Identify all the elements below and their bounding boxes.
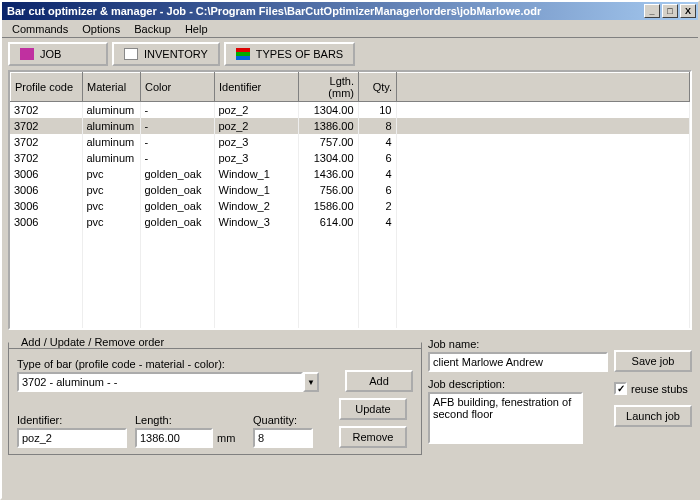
menu-backup[interactable]: Backup — [128, 21, 177, 37]
cell: 756.00 — [298, 182, 358, 198]
jobname-input[interactable] — [428, 352, 608, 372]
save-job-button[interactable]: Save job — [614, 350, 692, 372]
cell: golden_oak — [140, 214, 214, 230]
table-row-empty — [10, 294, 690, 310]
menubar: Commands Options Backup Help — [2, 20, 698, 38]
grid-header-row: Profile code Material Color Identifier L… — [11, 73, 690, 102]
tab-row: JOB INVENTORY TYPES OF BARS — [2, 38, 698, 66]
cell: 8 — [358, 118, 396, 134]
bottom-panel: Add / Update / Remove order Type of bar … — [2, 332, 698, 461]
cell: Window_3 — [214, 214, 298, 230]
tab-job-label: JOB — [40, 48, 61, 60]
col-length[interactable]: Lgth. (mm) — [299, 73, 359, 102]
cell: 3006 — [10, 214, 82, 230]
tab-types-label: TYPES OF BARS — [256, 48, 343, 60]
cell: 6 — [358, 182, 396, 198]
close-button[interactable]: X — [680, 4, 696, 18]
cell: poz_3 — [214, 134, 298, 150]
table-row[interactable]: 3006pvcgolden_oakWindow_1756.006 — [10, 182, 690, 198]
menu-options[interactable]: Options — [76, 21, 126, 37]
cell: 10 — [358, 102, 396, 118]
orders-grid[interactable]: Profile code Material Color Identifier L… — [8, 70, 692, 330]
table-row[interactable]: 3006pvcgolden_oakWindow_3614.004 — [10, 214, 690, 230]
grid-body: 3702aluminum-poz_21304.00103702aluminum-… — [10, 102, 690, 328]
col-material[interactable]: Material — [83, 73, 141, 102]
cell: aluminum — [82, 150, 140, 166]
cell: 3702 — [10, 150, 82, 166]
table-row-empty — [10, 246, 690, 262]
table-row[interactable]: 3702aluminum-poz_3757.004 — [10, 134, 690, 150]
cell: 614.00 — [298, 214, 358, 230]
length-label: Length: — [135, 414, 245, 426]
cell: aluminum — [82, 102, 140, 118]
cell: 1436.00 — [298, 166, 358, 182]
length-unit: mm — [217, 432, 235, 444]
checkbox-icon: ✓ — [614, 382, 627, 395]
menu-commands[interactable]: Commands — [6, 21, 74, 37]
cell: pvc — [82, 198, 140, 214]
type-label: Type of bar (profile code - material - c… — [17, 358, 319, 370]
chevron-down-icon[interactable]: ▼ — [303, 372, 319, 392]
cell: 3702 — [10, 118, 82, 134]
titlebar: Bar cut optimizer & manager - Job - C:\P… — [2, 2, 698, 20]
identifier-input[interactable] — [17, 428, 127, 448]
cell: aluminum — [82, 134, 140, 150]
qty-input[interactable] — [253, 428, 313, 448]
col-color[interactable]: Color — [141, 73, 215, 102]
tab-types[interactable]: TYPES OF BARS — [224, 42, 355, 66]
cell: - — [140, 118, 214, 134]
cell: 1386.00 — [298, 118, 358, 134]
cell: poz_2 — [214, 102, 298, 118]
jobdesc-input[interactable] — [428, 392, 583, 444]
update-button[interactable]: Update — [339, 398, 407, 420]
job-icon — [20, 48, 34, 60]
cell: golden_oak — [140, 166, 214, 182]
cell: golden_oak — [140, 182, 214, 198]
add-button[interactable]: Add — [345, 370, 413, 392]
cell: 4 — [358, 214, 396, 230]
table-row[interactable]: 3702aluminum-poz_21386.008 — [10, 118, 690, 134]
app-window: Bar cut optimizer & manager - Job - C:\P… — [0, 0, 700, 500]
table-row-empty — [10, 326, 690, 328]
tab-inventory[interactable]: INVENTORY — [112, 42, 220, 66]
inventory-icon — [124, 48, 138, 60]
table-row[interactable]: 3702aluminum-poz_21304.0010 — [10, 102, 690, 118]
type-value: 3702 - aluminum - - — [17, 372, 303, 392]
col-qty[interactable]: Qty. — [359, 73, 397, 102]
cell: - — [140, 134, 214, 150]
window-buttons: _ □ X — [644, 4, 696, 18]
type-combo[interactable]: 3702 - aluminum - - ▼ — [17, 372, 319, 392]
table-row-empty — [10, 230, 690, 246]
cell: 4 — [358, 166, 396, 182]
table-row[interactable]: 3006pvcgolden_oakWindow_11436.004 — [10, 166, 690, 182]
types-icon — [236, 48, 250, 60]
window-title: Bar cut optimizer & manager - Job - C:\P… — [4, 5, 644, 17]
cell: Window_1 — [214, 182, 298, 198]
col-spacer — [397, 73, 690, 102]
col-profile[interactable]: Profile code — [11, 73, 83, 102]
table-row[interactable]: 3702aluminum-poz_31304.006 — [10, 150, 690, 166]
cell: 3702 — [10, 134, 82, 150]
table-row[interactable]: 3006pvcgolden_oakWindow_21586.002 — [10, 198, 690, 214]
table-row-empty — [10, 278, 690, 294]
cell: poz_2 — [214, 118, 298, 134]
cell: - — [140, 150, 214, 166]
maximize-button[interactable]: □ — [662, 4, 678, 18]
length-input[interactable] — [135, 428, 213, 448]
cell: golden_oak — [140, 198, 214, 214]
cell: aluminum — [82, 118, 140, 134]
qty-label: Quantity: — [253, 414, 313, 426]
minimize-button[interactable]: _ — [644, 4, 660, 18]
tab-inventory-label: INVENTORY — [144, 48, 208, 60]
cell: 1304.00 — [298, 102, 358, 118]
cell: pvc — [82, 214, 140, 230]
reuse-stubs-checkbox[interactable]: ✓ reuse stubs — [614, 382, 692, 395]
col-identifier[interactable]: Identifier — [215, 73, 299, 102]
cell: pvc — [82, 166, 140, 182]
table-row-empty — [10, 310, 690, 326]
cell: Window_1 — [214, 166, 298, 182]
tab-job[interactable]: JOB — [8, 42, 108, 66]
menu-help[interactable]: Help — [179, 21, 214, 37]
remove-button[interactable]: Remove — [339, 426, 407, 448]
launch-job-button[interactable]: Launch job — [614, 405, 692, 427]
